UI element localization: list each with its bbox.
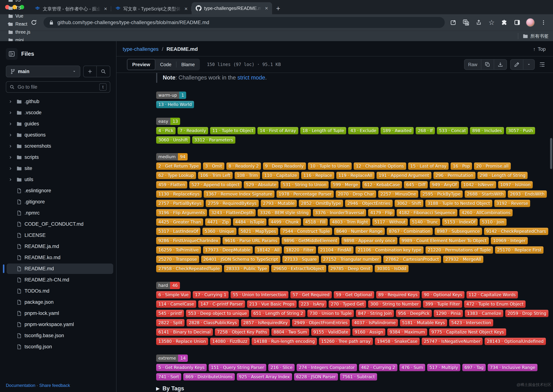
challenge-badge[interactable]: 7561 · Subtract [340,373,377,380]
tree-folder-utils[interactable]: utils [0,174,116,185]
challenge-badge[interactable]: 27958 · CheckRepeatedTuple [156,265,222,272]
browser-tab-2[interactable]: 写文章 - TypeScript之类型体操× [111,3,192,14]
challenge-badge[interactable]: 5140 · Trunc [410,218,440,226]
challenge-badge[interactable]: 599 · Merge [331,181,360,189]
challenge-badge[interactable]: 4 · Pick [156,127,176,134]
challenge-badge[interactable]: 531 · String to Union [281,181,329,189]
outline-button[interactable] [538,61,546,68]
challenge-badge[interactable]: 612 · KebabCase [362,181,402,189]
new-tab-button[interactable]: + [272,5,280,14]
challenge-badge[interactable]: 734 · Inclusive Range [488,364,537,371]
tree-folder-site[interactable]: site [0,163,116,174]
challenge-badge[interactable]: 9898 · Appear only once [341,237,397,244]
challenge-badge[interactable]: 4425 · Greater Than [156,218,203,226]
challenge-badge[interactable]: 119 · ReplaceAll [336,172,375,179]
tree-file-readme-zh-cn-md[interactable]: README.zh-CN.md [0,274,116,286]
challenge-badge[interactable]: 4803 · Trim Right [330,218,370,226]
tree-folder-guides[interactable]: guides [0,118,116,129]
challenge-badge[interactable]: 527 · Append to object [189,181,242,189]
challenge-badge[interactable]: 12 · Chainable Options [354,162,406,170]
documentation-link[interactable]: Documentation [6,383,35,388]
challenge-badge[interactable]: 147 · C-printf Parser [198,301,245,308]
tree-folder--vscode[interactable]: .vscode [0,107,116,118]
challenge-badge[interactable]: 15260 · Tree path array [319,338,373,345]
challenge-badge[interactable]: 112 · Capitalize Words [467,291,518,298]
challenge-badge[interactable]: 4499 · Chunk [269,218,301,226]
challenge-badge[interactable]: 14188 · Run-length encoding [252,338,317,345]
go-to-file-input[interactable]: Go to file t [6,81,110,93]
challenge-badge[interactable]: 3062 · Shift [395,200,423,207]
challenge-badge[interactable]: 106 · Trim Left [198,172,233,179]
challenge-badge[interactable]: 651 · Length of String 2 [251,310,305,317]
challenge-badge[interactable]: 216 · Slice [268,364,295,371]
edit-file-button[interactable] [510,60,523,70]
challenge-badge[interactable]: 26401 · JSON Schema to TypeScript [201,256,280,263]
strict-mode-link[interactable]: strict mode [237,74,265,81]
tree-file-readme-ja-md[interactable]: README.ja.md [0,241,116,252]
challenge-badge[interactable]: 9616 · Parse URL Params [223,237,280,244]
challenge-badge[interactable]: 1290 · Pinia [434,310,463,317]
challenge-badge[interactable]: 27932 · MergeAll [443,256,483,263]
browser-tab-3[interactable]: type-challenges/README.md× [192,2,272,14]
download-raw-button[interactable] [494,60,507,70]
search-this-repo-button[interactable] [97,66,110,77]
challenge-badge[interactable]: 545 · printf [156,310,184,317]
challenge-badge[interactable]: 270 · Typed Get [329,301,366,308]
challenge-badge[interactable]: 1042 · IsNever [461,181,496,189]
extensions-puzzle-icon[interactable] [500,18,508,27]
challenge-badge[interactable]: 213 · Vue Basic Props [247,301,297,308]
challenge-badge[interactable]: 645 · Diff [404,181,428,189]
tree-file--npmrc[interactable]: .npmrc [0,207,116,219]
challenge-badge[interactable]: 28333 · Public Type [224,265,269,272]
challenge-badge[interactable]: 869 · DistributeUnions [183,373,235,380]
challenge-badge[interactable]: 8 · Readonly 2 [227,162,261,170]
challenge-badge[interactable]: 2595 · PickByType [420,190,463,198]
challenge-badge[interactable]: 18142 · All [255,246,282,254]
challenge-badge[interactable]: 89 · Required Keys [376,291,420,298]
challenge-badge[interactable]: 2059 · Drop String [505,310,548,317]
challenge-badge[interactable]: 1383 · Camelize [465,310,503,317]
challenge-badge[interactable]: 19458 · SnakeCase [375,338,420,345]
challenge-badge[interactable]: 4484 · IsTuple [233,218,267,226]
challenge-badge[interactable]: 2757 · PartialByKeys [156,200,204,207]
challenge-badge[interactable]: 27862 · CartesianProduct [383,256,441,263]
challenge-badge[interactable]: 18220 · Filter [284,246,316,254]
challenge-badge[interactable]: 25747 · IsNegativeNumber [422,338,482,345]
tab-close-icon[interactable]: × [184,6,188,12]
challenge-badge[interactable]: 2949 · ObjectFromEntries [292,319,350,326]
tree-folder-screenshots[interactable]: screenshots [0,140,116,152]
challenge-badge[interactable]: 5317 · LastIndexOf [156,228,200,235]
challenge-badge[interactable]: 2693 · EndsWith [508,190,546,198]
challenge-badge[interactable]: 462 · Currying 2 [359,364,397,371]
challenge-badge[interactable]: 116 · Replace [301,172,334,179]
challenge-badge[interactable]: 9155 · ValidDate [311,329,351,336]
tab-close-icon[interactable]: × [103,6,108,12]
tree-file-pnpm-lock-yaml[interactable]: pnpm-lock.yaml [0,308,116,319]
challenge-badge[interactable]: 553 · Deep object to unique [186,310,249,317]
challenge-badge[interactable]: 476 · Sum [399,364,425,371]
challenge-badge[interactable]: 10 · Tuple to Union [308,162,352,170]
challenge-badge[interactable]: 9989 · Count Element Number To Object [399,237,489,244]
profile-avatar[interactable] [526,18,535,27]
challenge-badge[interactable]: 7258 · Object Key Paths [215,329,269,336]
challenge-badge[interactable]: 6228 · JSON Parser [294,373,338,380]
challenge-badge[interactable]: 1130 · ReplaceKeys [156,190,202,198]
challenge-badge[interactable]: 17 · Currying 1 [193,291,228,298]
share-feedback-link[interactable]: Share feedback [39,383,70,388]
challenge-badge[interactable]: 3326 · BEM style string [258,209,311,216]
challenge-badge[interactable]: 13580 · Replace Union [156,338,208,345]
challenge-badge[interactable]: 189 · Awaited [381,127,414,134]
breadcrumb-repo-link[interactable]: type-challenges [123,46,159,52]
challenge-badge[interactable]: 4182 · Fibonacci Sequence [397,209,457,216]
tree-file--eslintignore[interactable]: .eslintignore [0,185,116,196]
edit-dropdown-button[interactable] [523,60,534,70]
challenge-badge[interactable]: 90 · Optional Keys [422,291,464,298]
tree-folder-questions[interactable]: questions [0,129,116,140]
challenge-badge[interactable]: 8804 · Two Sum [271,329,309,336]
back-to-top-button[interactable]: ↑ Top [533,46,546,52]
challenge-badge[interactable]: 300 · String to Number [368,301,421,308]
challenge-badge[interactable]: 925 · Assert Array Index [237,373,292,380]
challenge-badge[interactable]: 43 · Exclude [348,127,378,134]
challenge-badge[interactable]: 2793 · Mutable [261,200,297,207]
challenge-badge[interactable]: 30301 · IsOdd [375,265,409,272]
